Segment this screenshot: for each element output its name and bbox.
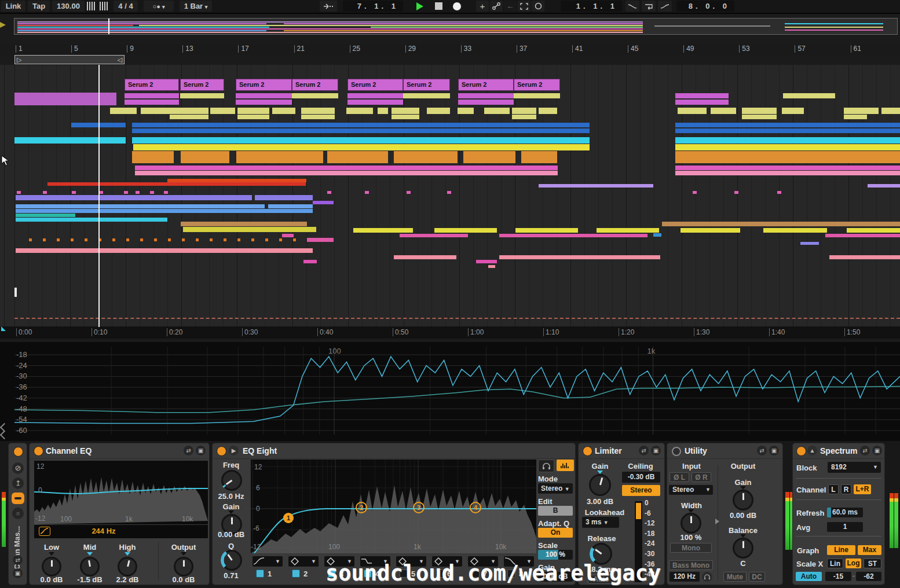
note-row-segment[interactable] — [476, 260, 497, 263]
note-row-segment[interactable] — [183, 227, 316, 232]
note-row-segment[interactable] — [313, 201, 334, 204]
note-row-segment[interactable] — [621, 184, 653, 188]
note-row-segment[interactable] — [99, 191, 103, 194]
note-row-segment[interactable] — [394, 255, 456, 259]
band-cell-2[interactable]: ▼2 — [288, 556, 319, 580]
note-row-segment[interactable] — [132, 151, 174, 163]
low-knob[interactable] — [42, 557, 61, 576]
output-knob[interactable] — [174, 557, 193, 576]
note-row-segment[interactable] — [301, 108, 335, 114]
note-row-segment[interactable] — [210, 108, 235, 114]
scalex-log-button[interactable]: Log — [846, 558, 861, 568]
limiter-activator[interactable] — [583, 446, 592, 456]
note-row-segment[interactable] — [458, 108, 474, 114]
low-knob-value[interactable]: 0.0 dB — [34, 575, 69, 584]
note-row-segment[interactable] — [272, 108, 295, 114]
q-value[interactable]: 0.71 — [214, 571, 248, 580]
note-row-segment[interactable] — [675, 100, 729, 105]
note-row-segment[interactable] — [125, 93, 179, 98]
note-row-segment[interactable] — [16, 204, 265, 208]
nudge-up-icon[interactable] — [100, 2, 108, 10]
note-row-segment[interactable] — [327, 151, 388, 163]
note-row-segment[interactable] — [675, 137, 900, 144]
lookahead-select[interactable]: 3 ms ▼ — [582, 517, 619, 528]
note-row-segment[interactable] — [675, 128, 900, 133]
note-row-segment[interactable] — [133, 144, 590, 150]
note-row-segment[interactable] — [14, 137, 126, 144]
note-row-segment[interactable] — [16, 248, 313, 253]
band-filter-select[interactable]: ▼ — [253, 556, 283, 567]
freq-knob[interactable] — [221, 470, 242, 491]
save-preset-icon[interactable]: ▣ — [13, 568, 23, 578]
scalex-st-button[interactable]: ST — [864, 558, 881, 568]
hot-swap-icon[interactable]: ⇄ — [639, 446, 649, 455]
note-row-segment[interactable] — [392, 115, 419, 119]
note-row-segment[interactable] — [303, 260, 317, 263]
dc-filter-toggle[interactable]: DC — [749, 572, 765, 582]
note-row-segment[interactable] — [346, 108, 373, 114]
channel-eq-display[interactable]: 12 0 -12 100 1k 10k — [34, 461, 208, 524]
no-output-icon[interactable]: ⊘ — [12, 462, 24, 474]
mute-toggle[interactable]: Mute — [723, 572, 747, 582]
note-row-segment[interactable] — [237, 115, 269, 119]
note-row-segment[interactable] — [29, 238, 306, 241]
note-row-segment[interactable] — [662, 222, 900, 226]
clip-serum[interactable]: Serum 2 — [292, 79, 338, 91]
bass-mono-freq[interactable]: 120 Hz — [669, 572, 700, 582]
scale-slider[interactable]: 100 % — [538, 550, 573, 560]
freq-value[interactable]: 25.0 Hz — [214, 492, 248, 501]
note-row-segment[interactable] — [829, 255, 900, 259]
note-row-segment[interactable] — [499, 255, 660, 259]
scalex-lin-button[interactable]: Lin — [827, 558, 843, 568]
utility-activator[interactable] — [672, 447, 681, 456]
adaptq-toggle[interactable]: On — [538, 528, 573, 538]
note-row-segment[interactable] — [675, 166, 900, 170]
note-row-segment[interactable] — [881, 108, 900, 114]
mono-toggle[interactable]: Mono — [670, 543, 712, 553]
note-row-segment[interactable] — [365, 191, 369, 194]
utility-gain-value[interactable]: 0.00 dB — [726, 511, 760, 520]
note-row-segment[interactable] — [675, 123, 900, 127]
eq-eight-header[interactable]: ▶ EQ Eight — [213, 443, 575, 459]
note-row-segment[interactable] — [539, 184, 621, 188]
note-row-segment[interactable] — [181, 151, 229, 163]
gain-value[interactable]: 0.00 dB — [214, 530, 248, 539]
note-row-segment[interactable] — [47, 182, 102, 186]
hot-swap-icon[interactable]: ⇄ — [860, 446, 870, 455]
note-row-segment[interactable] — [16, 218, 167, 222]
note-row-segment[interactable] — [458, 93, 514, 98]
note-row-segment[interactable] — [782, 108, 804, 114]
range-high-field[interactable]: -62 — [856, 572, 881, 581]
note-row-segment[interactable] — [102, 182, 306, 186]
note-row-segment[interactable] — [236, 151, 323, 163]
note-row-segment[interactable] — [407, 191, 411, 194]
clip-serum[interactable]: Serum 2 — [180, 79, 224, 91]
note-row-segment[interactable] — [301, 115, 335, 119]
overview-tab-icon[interactable] — [0, 22, 6, 28]
balance-knob[interactable] — [733, 538, 753, 558]
note-row-segment[interactable] — [675, 144, 900, 150]
save-preset-icon[interactable]: ▣ — [651, 446, 661, 455]
note-row-segment[interactable] — [675, 151, 900, 163]
note-row-segment[interactable] — [681, 228, 740, 233]
width-value[interactable]: 100 % — [674, 533, 708, 542]
note-row-segment[interactable] — [434, 228, 497, 233]
channel-r-button[interactable]: R — [841, 484, 851, 494]
refresh-slider[interactable]: 60.0 ms — [827, 508, 863, 517]
re-enable-automation-button[interactable]: ← — [504, 1, 517, 12]
eq-eight-activator[interactable] — [217, 446, 226, 456]
note-row-segment[interactable] — [403, 93, 450, 98]
arrangement-position-field[interactable]: 7. 1. 1 — [343, 1, 403, 12]
high-knob-value[interactable]: 2.2 dB — [110, 575, 145, 584]
note-row-segment[interactable] — [141, 108, 170, 114]
note-row-segment[interactable] — [844, 115, 867, 119]
note-row-segment[interactable] — [742, 108, 777, 114]
note-row-segment[interactable] — [16, 214, 75, 217]
bass-audition-button[interactable] — [702, 572, 712, 582]
note-row-segment[interactable] — [17, 191, 21, 194]
note-row-segment[interactable] — [447, 191, 451, 194]
note-row-segment[interactable] — [170, 108, 208, 114]
note-row-segment[interactable] — [255, 195, 313, 200]
range-low-field[interactable]: -15 — [825, 572, 851, 581]
block-select[interactable]: 8192▼ — [828, 462, 881, 473]
